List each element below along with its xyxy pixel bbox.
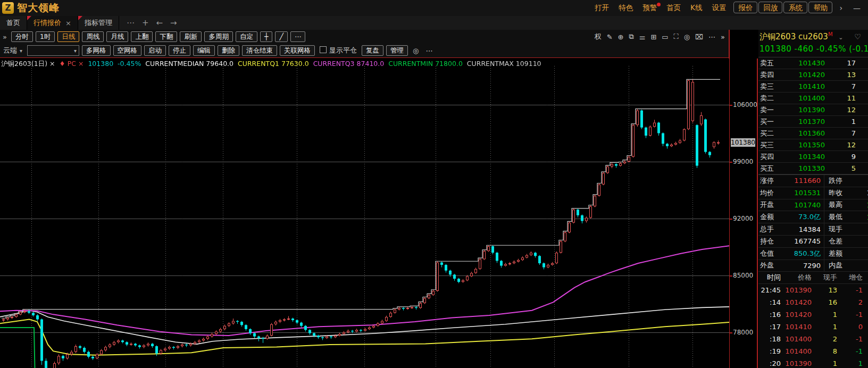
tape-header: 时间 价格 现手 增仓 (758, 272, 868, 284)
top-menu-item[interactable]: 设置 (707, 2, 731, 13)
top-menu: 打开特色预警首页K线设置 报价回放系统帮助 › — (590, 3, 868, 13)
minimize-icon[interactable]: — (849, 4, 865, 12)
tab-quotes[interactable]: 行情报价× (27, 16, 78, 30)
more-icon[interactable]: ⋯ (423, 47, 435, 55)
top-menu-item[interactable]: 预警 (638, 2, 662, 13)
period-button[interactable]: 分时 (11, 31, 33, 42)
tape-row: :16 101420 1 -1 (758, 308, 868, 321)
axis-tick (730, 219, 732, 220)
top-menu-item[interactable]: K线 (686, 2, 707, 13)
symbol-title: 沪铜2603 cu2603M ⌄ ♡ (760, 31, 867, 42)
tape-row: :18 101400 2 -1 (758, 333, 868, 345)
tape-row: :17 101410 1 0 (758, 321, 868, 333)
period-button[interactable]: 月线 (106, 31, 128, 42)
legend-item: CURRENTQ1 77630.0 (238, 60, 309, 69)
toolbar-icon[interactable]: ⌧ (695, 33, 703, 41)
toolbar-icon[interactable]: ⚌ (639, 33, 646, 41)
kline-chart[interactable] (0, 58, 729, 368)
checkbox-icon[interactable] (320, 46, 327, 53)
grid-select-dropdown[interactable]: ▾ (27, 45, 79, 56)
ask-row[interactable]: 卖四 101420 13 (758, 69, 868, 81)
legend-item: CURRENTMEDIAN 79640.0 (145, 60, 233, 69)
tape-row: 21:45 101390 13 -1 (758, 284, 868, 296)
top-menu-boxed-item[interactable]: 回放 (758, 2, 782, 13)
tab-more-icon[interactable]: ⋯ (127, 18, 135, 28)
favorite-icon[interactable]: ♡ (854, 32, 861, 41)
period-button[interactable]: 1时 (36, 31, 55, 42)
record-icon[interactable]: ◎ (411, 47, 421, 55)
tab-corner-marker (27, 16, 31, 20)
grid-action-button[interactable]: 空网格 (113, 45, 142, 56)
ask-levels: 卖五 101430 17 卖四 101420 13 卖三 101410 7 卖二… (758, 57, 868, 116)
show-close-checkbox[interactable]: 显示平仓 (318, 46, 359, 55)
tab-indicator-manager[interactable]: 指标管理 (78, 16, 119, 30)
ask-row[interactable]: 卖五 101430 17 (758, 57, 868, 69)
trading-terminal: Z 智大领峰 打开特色预警首页K线设置 报价回放系统帮助 › — 首页 行情报价… (0, 0, 868, 368)
axis-label: 78000 (733, 329, 753, 336)
grid-action-button[interactable]: 删除 (218, 45, 239, 56)
bid-row[interactable]: 买四 101340 9 (758, 151, 868, 163)
toolbar-icon[interactable]: ⛶ (674, 32, 679, 41)
toolbar-icon[interactable]: ⧉ (629, 32, 633, 41)
grid-action-button[interactable]: 启动 (144, 45, 166, 56)
info-row: 外盘 7290 内盘 (758, 260, 868, 272)
period-button[interactable]: 上翻 (131, 31, 153, 42)
period-button[interactable]: 多周期 (204, 31, 233, 42)
nav-back-icon[interactable]: ← (156, 18, 163, 28)
info-row: 仓值 850.3亿 差额 -9 (758, 248, 868, 260)
ask-row[interactable]: 卖二 101400 11 (758, 93, 868, 104)
toolbar-icon[interactable]: ⊕ (618, 33, 624, 41)
nav-forward-icon[interactable]: → (170, 18, 177, 28)
grid-action-button[interactable]: 停止 (169, 45, 190, 56)
period-button[interactable]: 周线 (82, 31, 104, 42)
chevron-right-icon[interactable]: › (835, 4, 847, 12)
ask-row[interactable]: 卖三 101410 7 (758, 81, 868, 93)
toolbar-icon[interactable]: ▭ (662, 33, 668, 41)
top-menu-boxed-item[interactable]: 帮助 (808, 2, 832, 13)
top-menu-boxed-item[interactable]: 系统 (783, 2, 807, 13)
chart-top-border (0, 57, 729, 58)
toolbar-icon[interactable]: ⊞ (650, 33, 656, 41)
new-tab-icon[interactable]: + (142, 18, 149, 28)
bid-row[interactable]: 买二 101360 7 (758, 128, 868, 139)
top-menu-item[interactable]: 首页 (662, 2, 686, 13)
axis-tick (730, 105, 732, 106)
toolbar-icon[interactable]: ◎ (684, 33, 690, 41)
price-axis[interactable]: 10600099000920008500078000101380 (730, 58, 756, 368)
period-button[interactable]: 日线 (57, 31, 79, 42)
tab-home[interactable]: 首页 (0, 16, 27, 30)
app-title: 智大领峰 (17, 1, 60, 15)
bid-row[interactable]: 买三 101350 12 (758, 139, 868, 151)
grid-action-button[interactable]: 管理 (386, 45, 408, 56)
grid-action-button[interactable]: 复盘 (362, 45, 383, 56)
grid-action-button[interactable]: 多网格 (82, 45, 111, 56)
period-button[interactable]: 自定 (236, 31, 257, 42)
time-and-sales[interactable]: 21:45 101390 13 -1 :14 101420 16 2 :16 1… (758, 284, 868, 368)
top-menu-boxed-item[interactable]: 报价 (733, 2, 757, 13)
bid-row[interactable]: 买五 101330 5 (758, 163, 868, 174)
top-menu-item[interactable]: 特色 (614, 2, 638, 13)
period-button[interactable]: 下翻 (155, 31, 177, 42)
quote-header[interactable]: 沪铜2603 cu2603M ⌄ ♡ 101380 -460 -0.45% (-… (758, 30, 868, 57)
draw-tool-icon[interactable]: ⋯ (290, 31, 306, 42)
toolbar-icon[interactable]: 权 (595, 32, 602, 41)
grid-action-button[interactable]: 编辑 (193, 45, 215, 56)
period-button[interactable]: 刷新 (180, 31, 202, 42)
cloud-dropdown[interactable]: 云端▾ (1, 46, 24, 55)
top-menu-item[interactable]: 打开 (590, 2, 614, 13)
legend-item: CURRENTQ3 87410.0 (313, 60, 385, 69)
grid-action-button[interactable]: 关联网格 (280, 45, 315, 56)
chevron-down-icon[interactable]: ⌄ (838, 34, 843, 41)
draw-tool-icon[interactable]: ╱ (275, 31, 288, 42)
toolbar-icon[interactable]: ⋯ (708, 33, 715, 41)
toolbar-icon[interactable]: » (721, 33, 725, 41)
toolbar-icon[interactable]: ✎ (607, 33, 613, 41)
axis-label: 99000 (733, 158, 753, 165)
app-logo-icon: Z (2, 2, 14, 14)
draw-tool-icon[interactable]: ┼ (260, 31, 273, 42)
ask-row[interactable]: 卖一 101390 12 (758, 104, 868, 116)
bid-row[interactable]: 买一 101370 1 (758, 116, 868, 128)
collapse-icon[interactable]: » (1, 33, 9, 41)
close-tab-icon[interactable]: × (65, 19, 71, 27)
grid-action-button[interactable]: 清仓结束 (242, 45, 277, 56)
